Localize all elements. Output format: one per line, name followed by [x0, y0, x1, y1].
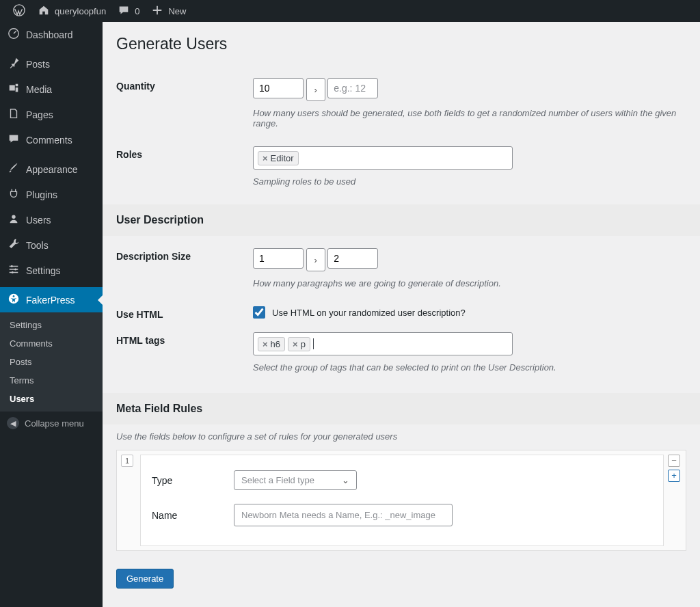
meta-rule-index-badge: 1: [117, 450, 133, 550]
pin-icon: [7, 57, 21, 71]
submenu-settings[interactable]: Settings: [0, 316, 103, 334]
remove-tag-icon[interactable]: ×: [262, 153, 268, 163]
sidebar-item-fakerpress[interactable]: FakerPress: [0, 287, 103, 312]
comments-link[interactable]: 0: [111, 0, 145, 22]
row-use-html: Use HTML Use HTML on your randomized use…: [116, 294, 686, 320]
collapse-label: Collapse menu: [25, 418, 84, 429]
meta-rule-actions: − +: [668, 450, 686, 550]
meta-rule-box: 1 Type Select a Field type ⌄ Name − +: [116, 450, 686, 551]
svg-point-4: [14, 268, 16, 270]
meta-help-text: Use the fields below to configure a set …: [116, 431, 686, 442]
submenu-terms[interactable]: Terms: [0, 371, 103, 390]
help-desc-size: How many paragraphs we are going to gene…: [253, 278, 686, 288]
wrench-icon: [7, 238, 21, 252]
chevron-down-icon: ⌄: [342, 475, 349, 485]
desc-size-max-input[interactable]: [327, 248, 378, 269]
quantity-max-input[interactable]: [327, 78, 378, 98]
sidebar-item-posts[interactable]: Posts: [0, 51, 103, 77]
range-arrow-icon: ›: [306, 78, 325, 101]
remove-tag-icon[interactable]: ×: [293, 339, 298, 349]
section-title-user-description: User Description: [116, 204, 686, 236]
row-quantity: Quantity › How many users should be gene…: [116, 66, 686, 134]
row-html-tags: HTML tags × h6 × p Select the group of t…: [116, 320, 686, 393]
user-icon: [7, 213, 21, 227]
svg-point-7: [13, 295, 15, 297]
label-roles: Roles: [116, 146, 253, 160]
label-description-size: Description Size: [116, 248, 253, 262]
help-quantity: How many users should be generated, use …: [253, 108, 686, 129]
brush-icon: [7, 162, 21, 176]
site-name: queryloopfun: [55, 6, 106, 16]
help-html-tags: Select the group of tags that can be sel…: [253, 362, 686, 373]
sidebar-item-tools[interactable]: Tools: [0, 232, 103, 258]
submenu-comments[interactable]: Comments: [0, 334, 103, 353]
add-rule-button[interactable]: +: [668, 470, 680, 482]
comments-count: 0: [135, 6, 139, 16]
remove-rule-button[interactable]: −: [668, 455, 680, 467]
pages-icon: [7, 107, 21, 122]
remove-tag-icon[interactable]: ×: [262, 339, 268, 349]
help-roles: Sampling roles to be used: [253, 176, 686, 187]
label-use-html: Use HTML: [116, 306, 253, 320]
section-user-description: User Description: [103, 204, 700, 236]
use-html-checkbox[interactable]: [253, 306, 265, 319]
text-cursor: [313, 338, 314, 349]
sidebar-item-label: Posts: [26, 59, 50, 70]
comment-icon: [7, 133, 21, 147]
label-quantity: Quantity: [116, 78, 253, 92]
html-tag-chip[interactable]: × p: [288, 337, 310, 351]
collapse-icon: ◀: [7, 417, 19, 429]
admin-bar: queryloopfun 0 New: [0, 0, 700, 22]
admin-sidebar: Dashboard Posts Media Pages Comments App…: [0, 22, 103, 607]
sidebar-item-label: Dashboard: [26, 29, 73, 40]
tag-label: Editor: [271, 153, 294, 163]
sidebar-item-appearance[interactable]: Appearance: [0, 157, 103, 182]
sidebar-item-label: Media: [26, 84, 52, 95]
fakerpress-submenu: Settings Comments Posts Terms Users: [0, 312, 103, 412]
sidebar-item-label: Appearance: [26, 164, 78, 175]
meta-type-select[interactable]: Select a Field type ⌄: [234, 470, 357, 490]
sidebar-item-dashboard[interactable]: Dashboard: [0, 22, 103, 47]
home-icon: [37, 4, 51, 18]
sidebar-item-label: Users: [26, 215, 51, 226]
svg-point-2: [12, 215, 15, 219]
submenu-posts[interactable]: Posts: [0, 353, 103, 371]
desc-size-min-input[interactable]: [253, 248, 304, 269]
meta-name-input[interactable]: [234, 504, 453, 526]
sidebar-item-label: Comments: [26, 135, 72, 146]
submenu-users[interactable]: Users: [0, 390, 103, 408]
accessibility-icon: [7, 293, 21, 307]
site-name-link[interactable]: queryloopfun: [31, 0, 111, 22]
meta-row-type: Type Select a Field type ⌄: [152, 463, 652, 497]
generate-button[interactable]: Generate: [116, 569, 174, 589]
svg-point-3: [11, 265, 13, 267]
sidebar-item-users[interactable]: Users: [0, 207, 103, 232]
select-placeholder: Select a Field type: [241, 475, 314, 485]
section-meta-rules: Meta Field Rules: [103, 393, 700, 424]
sidebar-item-settings[interactable]: Settings: [0, 258, 103, 283]
sidebar-item-media[interactable]: Media: [0, 77, 103, 102]
meta-name-label: Name: [152, 510, 234, 521]
meta-rule-index: 1: [121, 455, 133, 467]
meta-type-label: Type: [152, 475, 234, 486]
roles-tag-input[interactable]: × Editor: [253, 146, 513, 170]
new-content-link[interactable]: New: [145, 0, 191, 22]
collapse-menu-button[interactable]: ◀ Collapse menu: [0, 412, 103, 435]
plus-icon: [150, 4, 164, 18]
wordpress-icon: [12, 4, 26, 18]
sidebar-item-pages[interactable]: Pages: [0, 102, 103, 127]
meta-rule-inner: Type Select a Field type ⌄ Name: [140, 455, 664, 546]
svg-point-5: [12, 271, 14, 273]
label-html-tags: HTML tags: [116, 332, 253, 346]
tag-label: h6: [271, 339, 280, 349]
dashboard-icon: [7, 27, 21, 42]
page-title: Generate Users: [116, 29, 686, 66]
role-tag-editor[interactable]: × Editor: [258, 151, 299, 165]
quantity-min-input[interactable]: [253, 78, 304, 98]
sidebar-item-comments[interactable]: Comments: [0, 127, 103, 152]
row-description-size: Description Size › How many paragraphs w…: [116, 236, 686, 294]
wp-logo-menu[interactable]: [7, 0, 31, 22]
html-tags-input[interactable]: × h6 × p: [253, 332, 513, 355]
html-tag-chip[interactable]: × h6: [258, 337, 285, 351]
sidebar-item-plugins[interactable]: Plugins: [0, 182, 103, 207]
